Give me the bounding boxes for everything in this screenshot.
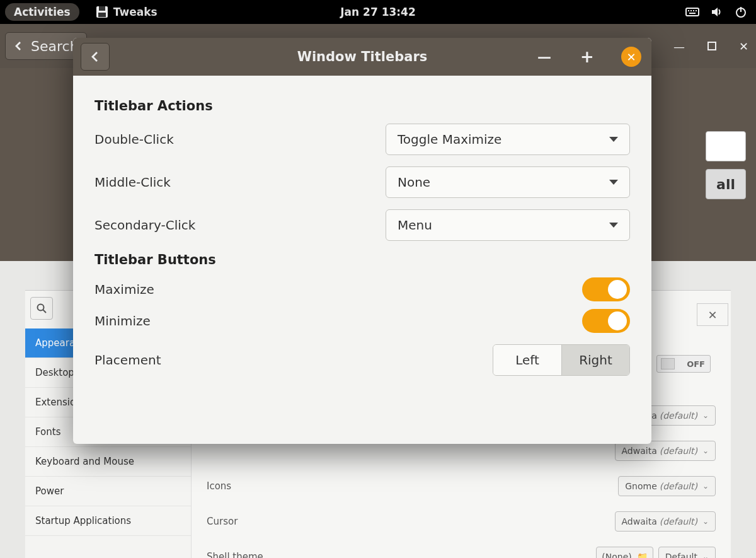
double-click-label: Double-Click — [94, 132, 174, 147]
keyboard-icon[interactable] — [685, 6, 699, 18]
minimize-button[interactable]: — — [536, 48, 553, 66]
section-heading-titlebar-actions: Titlebar Actions — [94, 98, 630, 113]
sidebar-item-power[interactable]: Power — [25, 477, 191, 506]
placement-segmented-control[interactable]: Left Right — [493, 344, 630, 376]
combo-value: None — [398, 175, 430, 190]
combo-value: Toggle Maximize — [398, 132, 501, 147]
svg-rect-5 — [690, 10, 692, 11]
placement-option-right[interactable]: Right — [561, 345, 629, 375]
svg-rect-8 — [689, 13, 696, 14]
background-window-controls: — ✕ — [673, 40, 748, 53]
middle-click-row: Middle-Click None — [94, 166, 630, 198]
maximize-toggle[interactable] — [582, 277, 630, 301]
toggle-knob — [608, 311, 627, 330]
svg-rect-6 — [693, 10, 694, 11]
banner-button-all[interactable]: all — [706, 169, 746, 199]
shell-theme-select[interactable]: Default ⌄ — [658, 547, 716, 558]
chevron-down-icon: ⌄ — [702, 482, 709, 491]
placement-row: Placement Left Right — [94, 344, 630, 376]
row-label: Shell theme — [207, 551, 320, 558]
svg-line-14 — [43, 310, 46, 313]
maximize-label: Maximize — [94, 282, 154, 297]
dialog-title: Window Titlebars — [297, 49, 428, 64]
window-titlebars-dialog: Window Titlebars — + ✕ Titlebar Actions … — [73, 38, 651, 444]
maximize-toggle-row: Maximize — [94, 277, 630, 301]
chevron-down-icon: ⌄ — [702, 446, 709, 455]
volume-icon[interactable] — [711, 6, 723, 18]
maximize-icon[interactable] — [707, 42, 716, 50]
shell-theme-none-button[interactable]: (None) 📁 — [596, 547, 653, 558]
dialog-header: Window Titlebars — + ✕ — [73, 38, 651, 76]
toggle-off-label: OFF — [687, 359, 705, 369]
row-label: Cursor — [207, 516, 320, 527]
tweaks-app-icon — [96, 6, 108, 18]
toggle-knob — [608, 280, 627, 299]
global-dark-toggle[interactable]: OFF — [656, 355, 711, 373]
double-click-select[interactable]: Toggle Maximize — [386, 124, 630, 155]
chevron-down-icon: ⌄ — [702, 552, 709, 558]
folder-icon: 📁 — [637, 552, 648, 558]
svg-rect-2 — [98, 13, 106, 17]
chevron-down-icon — [609, 223, 618, 228]
close-icon[interactable]: ✕ — [739, 40, 748, 53]
icons-theme-select[interactable]: Gnome (default) ⌄ — [618, 476, 716, 496]
minimize-label: Minimize — [94, 313, 151, 328]
chevron-down-icon — [609, 180, 618, 185]
appearance-row-cursor: Cursor Adwaita (default) ⌄ — [207, 504, 716, 539]
cursor-theme-select[interactable]: Adwaita (default) ⌄ — [615, 511, 716, 532]
app-name-label: Tweaks — [113, 6, 158, 18]
middle-click-select[interactable]: None — [386, 166, 630, 198]
power-icon[interactable] — [735, 6, 747, 18]
banner-button-1[interactable] — [706, 131, 746, 161]
chevron-down-icon: ⌄ — [702, 517, 709, 526]
sidebar-item-startup[interactable]: Startup Applications — [25, 506, 191, 536]
section-heading-titlebar-buttons: Titlebar Buttons — [94, 252, 630, 267]
minimize-toggle-row: Minimize — [94, 309, 630, 333]
placement-label: Placement — [94, 352, 161, 368]
double-click-row: Double-Click Toggle Maximize — [94, 124, 630, 155]
back-button[interactable] — [81, 43, 110, 71]
placement-option-left[interactable]: Left — [493, 345, 561, 375]
secondary-click-row: Secondary-Click Menu — [94, 209, 630, 241]
svg-rect-1 — [99, 6, 105, 11]
minimize-icon[interactable]: — — [673, 40, 685, 53]
app-indicator[interactable]: Tweaks — [96, 6, 158, 18]
svg-rect-3 — [686, 8, 699, 16]
activities-button[interactable]: Activities — [5, 3, 79, 21]
svg-rect-12 — [708, 42, 716, 50]
maximize-button[interactable]: + — [578, 48, 596, 66]
chevron-down-icon: ⌄ — [702, 411, 709, 420]
appearance-row-shell: Shell theme (None) 📁 Default ⌄ — [207, 539, 716, 558]
dialog-window-controls: — + ✕ — [536, 47, 641, 67]
row-label: Icons — [207, 480, 320, 492]
secondary-click-select[interactable]: Menu — [386, 209, 630, 241]
close-icon: ✕ — [626, 50, 636, 64]
close-button[interactable]: ✕ — [621, 47, 641, 67]
tab-close-button[interactable]: ✕ — [697, 303, 728, 326]
appearance-row-icons: Icons Gnome (default) ⌄ — [207, 468, 716, 504]
system-status-icons[interactable] — [685, 6, 747, 18]
minimize-toggle[interactable] — [582, 309, 630, 333]
search-button[interactable] — [30, 297, 53, 320]
svg-rect-4 — [688, 10, 689, 11]
middle-click-label: Middle-Click — [94, 175, 171, 190]
svg-rect-7 — [696, 10, 697, 11]
secondary-click-label: Secondary-Click — [94, 218, 195, 233]
combo-value: Menu — [398, 218, 432, 233]
search-label: Search — [31, 38, 79, 54]
dialog-body: Titlebar Actions Double-Click Toggle Max… — [73, 76, 651, 405]
svg-marker-9 — [712, 8, 718, 16]
back-icon[interactable] — [13, 40, 25, 52]
sidebar-item-keyboard-mouse[interactable]: Keyboard and Mouse — [25, 447, 191, 477]
chevron-down-icon — [609, 137, 618, 142]
gnome-top-panel: Activities Tweaks Jan 27 13:42 — [0, 0, 756, 24]
clock[interactable]: Jan 27 13:42 — [340, 6, 416, 18]
toggle-knob — [661, 358, 675, 369]
